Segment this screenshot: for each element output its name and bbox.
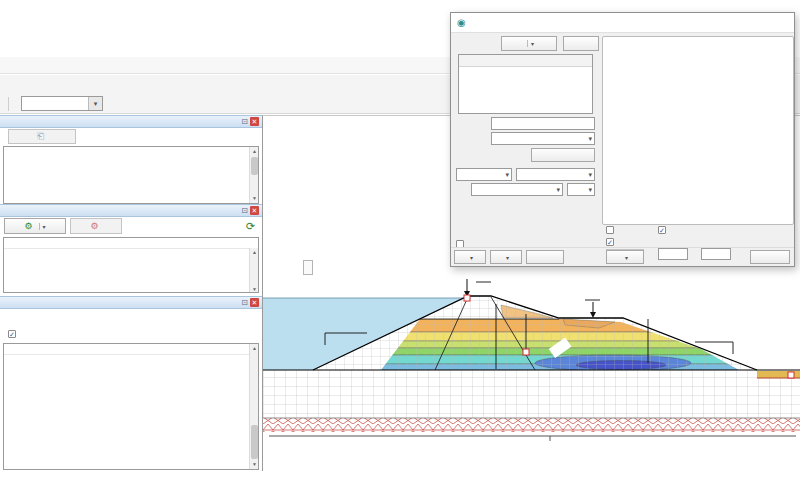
application-window: ▾ ⊡ ✕ ⎗ ▲ ▼ ⊡ ✕ ⚙ ▾ ⚙ ⟳ <box>0 0 800 500</box>
copy-button[interactable]: ▾ <box>454 250 486 264</box>
dialog-title-bar[interactable]: ◉ <box>451 13 794 33</box>
close-icon[interactable] <box>777 16 794 30</box>
scroll-up-icon[interactable]: ▲ <box>250 147 259 156</box>
define-icon: ⎗ <box>37 131 44 142</box>
fixed-boundary-hatch <box>263 418 800 432</box>
checkbox-icon[interactable] <box>658 226 666 234</box>
graph-dialog-icon: ◉ <box>457 17 466 28</box>
maximize-icon[interactable] <box>760 16 777 30</box>
solver-refresh-icon[interactable]: ⟳ <box>243 218 258 234</box>
legend-checkbox[interactable] <box>606 226 617 234</box>
graphs-table-header <box>459 55 592 67</box>
draw-graph-dialog[interactable]: ◉ ▾ <box>450 12 795 267</box>
checkbox-icon[interactable] <box>606 226 614 234</box>
scroll-thumb[interactable] <box>251 157 258 175</box>
pin-icon[interactable]: ⊡ <box>241 298 248 307</box>
x-range-min-input[interactable] <box>658 248 688 260</box>
toolbar-separator <box>8 97 9 111</box>
project-manager-header: ⊡ ✕ <box>0 115 262 128</box>
solver-analysis-list[interactable]: ▲ ▼ <box>3 237 259 293</box>
history-point-marker[interactable] <box>788 372 794 378</box>
close-button[interactable] <box>750 250 790 264</box>
close-icon[interactable]: ✕ <box>250 117 259 126</box>
solver-scrollbar[interactable]: ▲ ▼ <box>249 248 258 293</box>
tree-scrollbar[interactable]: ▲ ▼ <box>249 147 258 203</box>
history-point-marker[interactable] <box>464 295 470 301</box>
scroll-thumb[interactable] <box>251 425 258 459</box>
checkbox-icon[interactable] <box>8 330 16 338</box>
graphs-table[interactable] <box>458 54 593 114</box>
history-point-marker[interactable] <box>523 349 529 355</box>
result-time-header: ⊡ ✕ <box>0 296 262 309</box>
time-scrollbar[interactable]: ▲ ▼ <box>249 344 258 469</box>
define-project-button[interactable]: ⎗ <box>8 129 76 144</box>
start-gear-icon: ⚙ <box>24 221 32 231</box>
chevron-down-icon[interactable]: ▾ <box>527 40 534 47</box>
chevron-down-icon[interactable]: ▾ <box>625 254 628 261</box>
chevron-down-icon[interactable]: ▾ <box>506 254 509 261</box>
graph-name-input[interactable] <box>491 117 595 130</box>
contour-parameter-combo[interactable]: ▾ <box>21 96 103 111</box>
checkbox-icon[interactable] <box>606 238 614 246</box>
solver-manager-header: ⊡ ✕ <box>0 204 262 217</box>
scroll-down-icon[interactable]: ▼ <box>250 285 259 293</box>
x-parameter-select[interactable] <box>471 183 563 196</box>
scroll-down-icon[interactable]: ▼ <box>250 194 259 203</box>
chevron-down-icon[interactable]: ▾ <box>88 97 102 110</box>
scroll-down-icon[interactable]: ▼ <box>250 460 259 469</box>
set-locations-button[interactable] <box>531 148 595 162</box>
cursor-coordinates-tooltip <box>303 260 313 275</box>
pin-icon[interactable]: ⊡ <box>241 117 248 126</box>
solver-start-button[interactable]: ⚙ ▾ <box>4 218 66 234</box>
graph-chart-panel <box>602 36 794 225</box>
minimize-icon[interactable] <box>743 16 760 30</box>
autoscale-checkbox[interactable] <box>658 226 669 234</box>
more-button[interactable]: ▾ <box>606 250 644 264</box>
save-button[interactable]: ▾ <box>490 250 522 264</box>
chevron-down-icon[interactable]: ▾ <box>470 254 473 261</box>
x-unit-select[interactable] <box>567 183 595 196</box>
solver-stop-button[interactable]: ⚙ <box>70 218 122 234</box>
category-select[interactable] <box>491 132 595 145</box>
chevron-down-icon[interactable]: ▾ <box>39 223 46 230</box>
stop-gear-icon: ⚙ <box>90 221 98 231</box>
x-range-max-input[interactable] <box>701 248 731 260</box>
scroll-up-icon[interactable]: ▲ <box>250 248 259 257</box>
close-icon[interactable]: ✕ <box>250 298 259 307</box>
parameter-group-select[interactable] <box>456 168 512 181</box>
delete-graph-button[interactable] <box>563 36 599 51</box>
print-button[interactable] <box>526 250 564 264</box>
add-graph-button[interactable]: ▾ <box>501 36 557 51</box>
pin-icon[interactable]: ⊡ <box>241 206 248 215</box>
result-time-list[interactable]: ▲ ▼ <box>3 343 259 470</box>
autorefresh-checkbox[interactable] <box>606 238 617 246</box>
el-365-arrow <box>590 312 596 318</box>
only-current-analysis-checkbox[interactable] <box>8 330 20 338</box>
scroll-up-icon[interactable]: ▲ <box>250 344 259 353</box>
analysis-tree[interactable]: ▲ ▼ <box>3 146 259 204</box>
close-icon[interactable]: ✕ <box>250 206 259 215</box>
parameter-item-select[interactable] <box>516 168 595 181</box>
